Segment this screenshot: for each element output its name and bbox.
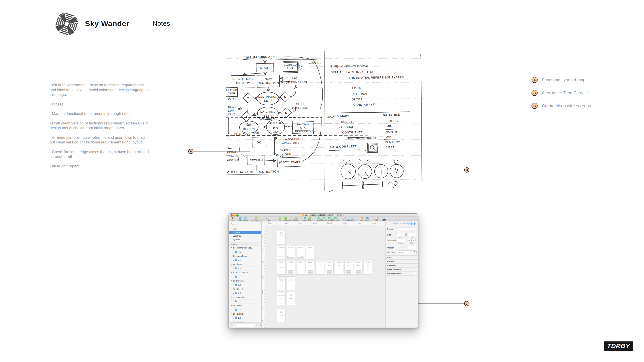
layer-row[interactable]: 4.1: [229, 250, 262, 254]
style-section-header[interactable]: Borders: [386, 259, 418, 264]
distribute-horizontal-icon[interactable]: [393, 223, 395, 225]
filter-input[interactable]: [230, 324, 255, 327]
toolbar-button[interactable]: Edit: [278, 217, 282, 221]
artboard[interactable]: Abu Dhabi TRIP COMPLETED 00m : 00s: [287, 277, 295, 290]
artboard[interactable]: Abu Dhabi 22XX APRIL 01 00m : 00s SET DE…: [287, 292, 295, 305]
align-middle-icon[interactable]: [412, 223, 414, 225]
artboard[interactable]: Abu Dhabi 22XX APRIL 01 00m : 00s SET DE…: [277, 309, 285, 322]
flip-horizontal-button[interactable]: [408, 239, 412, 242]
toolbar-button[interactable]: Difference: [332, 217, 339, 221]
toolbar-button[interactable]: 13%: [266, 217, 272, 221]
toolbar-button[interactable]: Rotate: [289, 217, 294, 221]
artboard[interactable]: Abu Dhabi 22XX APRIL: [325, 261, 334, 274]
layer-row[interactable]: 3.1 Trip Complete: [229, 271, 262, 275]
disclosure-triangle-icon[interactable]: [233, 309, 235, 311]
align-bottom-icon[interactable]: [414, 223, 416, 225]
window-titlebar[interactable]: Uber Interstella [Deloitte].sketch — Edi…: [229, 214, 418, 217]
artboard[interactable]: HISTORY: [277, 292, 285, 305]
layer-row[interactable]: 3.1: [229, 275, 262, 279]
artboard[interactable]: Abu Dhabi 22XX 01: [306, 261, 314, 274]
canvas[interactable]: 07401,4802,2202,9603,7004,440 New Destin…: [262, 226, 385, 328]
position-x-field[interactable]: [396, 227, 406, 230]
layer-row[interactable]: 4.1: [229, 258, 262, 263]
toolbar-button[interactable]: Ungroup: [242, 217, 248, 221]
artboard[interactable]: Abu Dhabi: [277, 261, 285, 274]
layer-row[interactable]: 2.8 - Time Set: [229, 287, 262, 291]
flip-vertical-button[interactable]: [412, 239, 416, 242]
lock-icon[interactable]: [406, 234, 408, 236]
page-row[interactable]: Symbols: [229, 238, 262, 241]
align-right-icon[interactable]: [406, 223, 408, 225]
toolbar-button[interactable]: Transform: [282, 217, 289, 221]
layer-row[interactable]: 2.7: [229, 300, 262, 304]
disclosure-triangle-icon[interactable]: [230, 313, 233, 315]
width-field[interactable]: [396, 233, 405, 236]
artboard[interactable]: Abu Dhabi 22XX APRIL 01: [335, 261, 343, 274]
layer-row[interactable]: 4.0: [229, 267, 262, 271]
layer-row[interactable]: 2.5: [229, 316, 262, 321]
toolbar-button[interactable]: Backward: [348, 217, 355, 221]
disclosure-triangle-icon[interactable]: [230, 288, 233, 290]
add-artboard-icon[interactable]: +: [258, 243, 260, 245]
toolbar-button[interactable]: View: [374, 217, 378, 221]
disclosure-triangle-icon[interactable]: [230, 247, 233, 249]
disclosure-triangle-icon[interactable]: [230, 297, 233, 298]
artboard[interactable]: Set Destination: [277, 246, 285, 259]
opacity-field[interactable]: [408, 246, 417, 249]
artboard[interactable]: Abu Dhabi 01: [287, 261, 295, 274]
disclosure-triangle-icon[interactable]: [230, 255, 233, 257]
artboard[interactable]: Abu Dhabi 22XX APRIL 01 19:02 GO: [364, 261, 372, 274]
layer-row[interactable]: 3.0: [229, 283, 262, 287]
toolbar-button[interactable]: Create Symbol: [251, 217, 261, 222]
toolbar-button[interactable]: Flatten: [294, 217, 299, 221]
layer-row[interactable]: 2.6: [229, 308, 262, 312]
toolbar-button[interactable]: Subtract: [321, 217, 326, 221]
add-page-button[interactable]: +: [258, 223, 260, 225]
position-y-field[interactable]: [407, 227, 417, 230]
opacity-slider[interactable]: [396, 248, 406, 248]
artboard[interactable]: Abu Dhabi 22XX: [296, 261, 304, 274]
toolbar-button[interactable]: Union: [316, 217, 321, 221]
distribute-vertical-icon[interactable]: [396, 223, 398, 225]
artboard[interactable]: New Destination Travel History: [277, 231, 285, 245]
disclosure-triangle-icon[interactable]: [230, 305, 233, 306]
disclosure-triangle-icon[interactable]: [230, 280, 233, 282]
artboard[interactable]: Abu Dhabi 01 APR 22XX 00m : 00s RETURN: [277, 277, 285, 290]
layer-row[interactable]: 2.8: [229, 291, 262, 296]
toolbar-button[interactable]: Cloud: [365, 217, 370, 221]
disclosure-triangle-icon[interactable]: [233, 259, 235, 261]
gaussian-blur-checkbox[interactable]: [414, 273, 416, 275]
artboard[interactable]: Abu Dhabi Set Date / Time: [306, 246, 314, 259]
pencil-icon[interactable]: ✎: [260, 324, 262, 326]
artboard[interactable]: Set Destination: [296, 246, 304, 259]
layer-row[interactable]: 3.0 Traveling: [229, 279, 262, 283]
style-section-header[interactable]: Shadows: [386, 264, 418, 268]
disclosure-triangle-icon[interactable]: [233, 301, 235, 302]
page-row[interactable]: Map: [229, 227, 262, 231]
align-left-icon[interactable]: [400, 223, 402, 225]
rotate-field[interactable]: [396, 239, 405, 242]
toolbar-button[interactable]: Mirror: [360, 217, 365, 221]
toolbar-button[interactable]: Export: [382, 217, 386, 221]
toolbar-button[interactable]: Intersect: [327, 217, 332, 221]
style-section-header[interactable]: Fills: [386, 255, 418, 259]
layer-row[interactable]: 2.7 - Set Time: [229, 295, 262, 300]
disclosure-triangle-icon[interactable]: [233, 268, 235, 269]
layer-row[interactable]: 2.6 DD Set: [229, 304, 262, 308]
page-row[interactable]: Screens: [229, 231, 262, 234]
layer-row[interactable]: 4.1 History Detail Copy: [229, 246, 262, 250]
height-field[interactable]: [408, 233, 417, 236]
artboard[interactable]: Abu Dhabi 22XX APRIL: [316, 261, 324, 274]
align-top-icon[interactable]: [408, 223, 411, 225]
disclosure-triangle-icon[interactable]: [230, 264, 233, 265]
disclosure-triangle-icon[interactable]: [233, 276, 235, 278]
page-row[interactable]: User Flow: [229, 234, 262, 238]
disclosure-triangle-icon[interactable]: [233, 251, 235, 253]
toolbar-button[interactable]: Forward: [343, 217, 348, 221]
disclosure-triangle-icon[interactable]: [233, 317, 235, 319]
align-center-icon[interactable]: [403, 223, 405, 225]
disclosure-triangle-icon[interactable]: [233, 284, 235, 286]
artboard[interactable]: Abu Dhabi 22XX APRIL 01 19:02: [354, 261, 362, 274]
disclosure-triangle-icon[interactable]: [230, 272, 233, 273]
toolbar-button[interactable]: Insert: [230, 217, 235, 221]
